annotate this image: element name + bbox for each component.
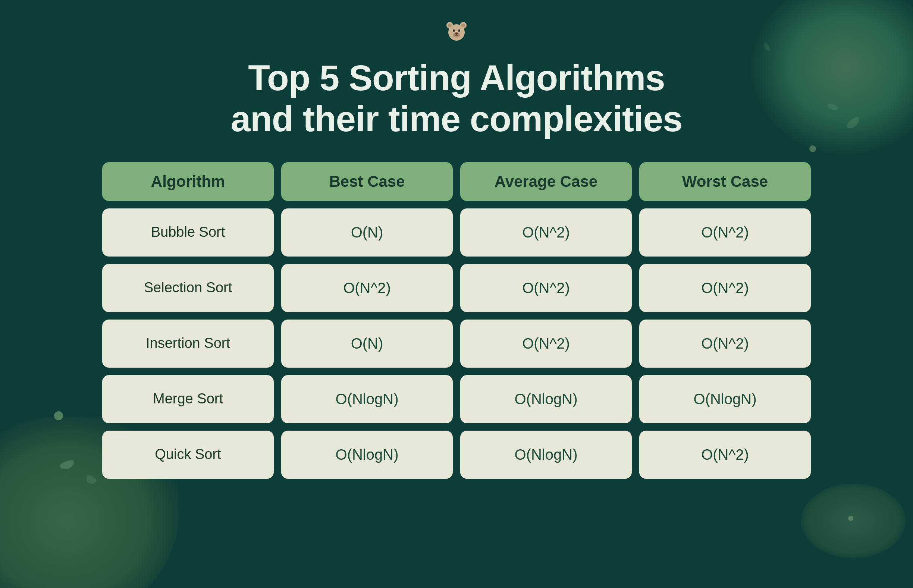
decorative-dot-3 [848,516,853,521]
cell-selection-sort-worst: O(N^2) [639,264,811,312]
bg-blob-bottom-right [801,484,905,558]
cell-merge-sort-worst: O(NlogN) [639,375,811,423]
table-row-merge-sort: Merge Sort O(NlogN) O(NlogN) O(NlogN) [102,375,811,423]
page-title: Top 5 Sorting Algorithms and their time … [231,57,682,140]
header-algorithm: Algorithm [102,162,274,201]
page-content: Top 5 Sorting Algorithms and their time … [0,0,913,479]
header-worst-case: Worst Case [639,162,811,201]
svg-point-7 [458,29,460,32]
cell-bubble-sort-best: O(N) [281,208,453,257]
svg-point-4 [461,24,465,27]
cell-insertion-sort-worst: O(N^2) [639,320,811,368]
table-row-quick-sort: Quick Sort O(NlogN) O(NlogN) O(N^2) [102,431,811,479]
cell-selection-sort-name: Selection Sort [102,264,274,312]
cell-insertion-sort-best: O(N) [281,320,453,368]
cell-bubble-sort-average: O(N^2) [460,208,632,257]
cell-bubble-sort-name: Bubble Sort [102,208,274,257]
cell-merge-sort-average: O(NlogN) [460,375,632,423]
cell-quick-sort-average: O(NlogN) [460,431,632,479]
svg-point-8 [455,32,458,35]
cell-bubble-sort-worst: O(N^2) [639,208,811,257]
cell-quick-sort-name: Quick Sort [102,431,274,479]
table-header-row: Algorithm Best Case Average Case Worst C… [102,162,811,201]
cell-selection-sort-average: O(N^2) [460,264,632,312]
table-row-insertion-sort: Insertion Sort O(N) O(N^2) O(N^2) [102,320,811,368]
svg-point-6 [453,29,455,32]
svg-point-3 [448,24,452,27]
cell-selection-sort-best: O(N^2) [281,264,453,312]
cell-merge-sort-name: Merge Sort [102,375,274,423]
sorting-table: Algorithm Best Case Average Case Worst C… [102,162,811,479]
cell-insertion-sort-name: Insertion Sort [102,320,274,368]
header-average-case: Average Case [460,162,632,201]
cell-insertion-sort-average: O(N^2) [460,320,632,368]
logo-icon [443,19,470,57]
cell-merge-sort-best: O(NlogN) [281,375,453,423]
cell-quick-sort-worst: O(N^2) [639,431,811,479]
cell-quick-sort-best: O(NlogN) [281,431,453,479]
table-row-bubble-sort: Bubble Sort O(N) O(N^2) O(N^2) [102,208,811,257]
header-best-case: Best Case [281,162,453,201]
table-row-selection-sort: Selection Sort O(N^2) O(N^2) O(N^2) [102,264,811,312]
